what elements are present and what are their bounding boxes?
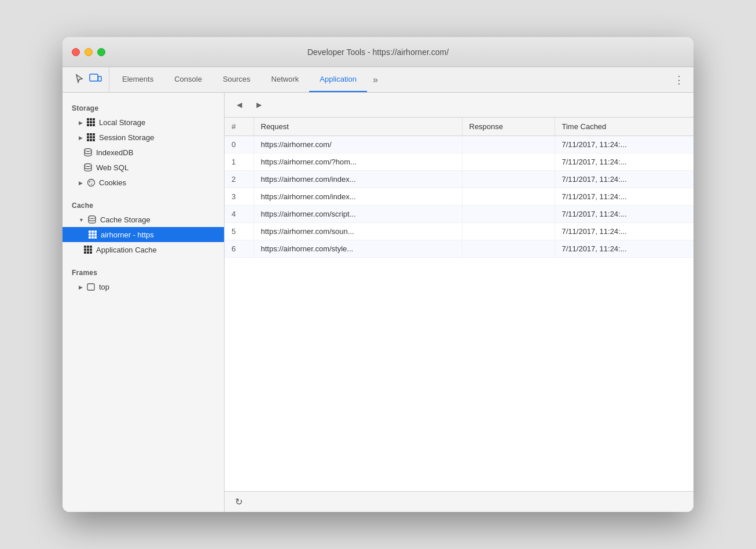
back-button[interactable]: ◀ xyxy=(232,97,247,112)
table-row[interactable]: 0 https://airhorner.com/ 7/11/2017, 11:2… xyxy=(225,136,693,153)
sidebar-item-web-sql[interactable]: Web SQL xyxy=(63,160,224,175)
cell-request: https://airhorner.com/ xyxy=(254,136,462,153)
cache-table: # Request Response Time Cached 0 https:/… xyxy=(225,118,693,258)
titlebar: Developer Tools - https://airhorner.com/ xyxy=(63,37,693,67)
cache-storage-label: Cache Storage xyxy=(100,215,151,224)
svg-rect-0 xyxy=(90,74,98,81)
cell-response xyxy=(462,223,555,240)
table-row[interactable]: 5 https://airhorner.com/soun... 7/11/201… xyxy=(225,223,693,240)
refresh-button[interactable]: ↻ xyxy=(232,495,245,509)
cell-time: 7/11/2017, 11:24:... xyxy=(555,171,693,188)
svg-point-5 xyxy=(89,181,90,182)
cell-num: 1 xyxy=(225,153,254,171)
cell-response xyxy=(462,153,555,171)
main-panel: ◀ ▶ # Request Response Time Cached xyxy=(225,93,693,512)
cache-storage-icon xyxy=(87,215,97,224)
cell-request: https://airhorner.com/index... xyxy=(254,171,462,188)
sidebar-item-cache-storage-airhorner[interactable]: airhorner - https xyxy=(63,227,224,242)
cell-request: https://airhorner.com/index... xyxy=(254,188,462,206)
app-cache-grid-icon xyxy=(83,245,93,254)
table-header-row: # Request Response Time Cached xyxy=(225,118,693,136)
tab-network[interactable]: Network xyxy=(261,67,310,92)
top-toggle-icon xyxy=(79,284,83,290)
sidebar-item-cookies[interactable]: Cookies xyxy=(63,175,224,190)
sidebar-separator-1 xyxy=(63,190,224,197)
table-row[interactable]: 1 https://airhorner.com/?hom... 7/11/201… xyxy=(225,153,693,171)
indexed-db-label: IndexedDB xyxy=(96,148,133,157)
back-icon: ◀ xyxy=(237,101,242,109)
col-header-response: Response xyxy=(462,118,555,136)
table-body: 0 https://airhorner.com/ 7/11/2017, 11:2… xyxy=(225,136,693,258)
close-button[interactable] xyxy=(72,48,80,56)
table-row[interactable]: 4 https://airhorner.com/script... 7/11/2… xyxy=(225,206,693,223)
cell-time: 7/11/2017, 11:24:... xyxy=(555,206,693,223)
application-cache-label: Application Cache xyxy=(96,246,157,254)
svg-rect-1 xyxy=(98,76,102,81)
svg-point-6 xyxy=(91,181,93,182)
navigation-bar: ◀ ▶ xyxy=(225,93,693,118)
svg-rect-10 xyxy=(87,284,94,290)
cell-time: 7/11/2017, 11:24:... xyxy=(555,153,693,171)
toolbar-icons xyxy=(67,67,109,92)
minimize-button[interactable] xyxy=(85,48,93,56)
svg-point-8 xyxy=(89,184,90,184)
table-row[interactable]: 6 https://airhorner.com/style... 7/11/20… xyxy=(225,240,693,258)
top-label: top xyxy=(99,283,109,291)
cache-storage-airhorner-label: airhorner - https xyxy=(101,230,154,239)
sidebar: Storage Local Storage xyxy=(63,93,225,512)
sidebar-item-application-cache[interactable]: Application Cache xyxy=(63,242,224,257)
maximize-button[interactable] xyxy=(97,48,105,56)
devtools-window: Developer Tools - https://airhorner.com/… xyxy=(63,37,693,512)
tab-console[interactable]: Console xyxy=(164,67,212,92)
sidebar-item-local-storage[interactable]: Local Storage xyxy=(63,115,224,130)
storage-section-label: Storage xyxy=(63,100,224,115)
cell-request: https://airhorner.com/script... xyxy=(254,206,462,223)
cell-time: 7/11/2017, 11:24:... xyxy=(555,223,693,240)
cell-num: 6 xyxy=(225,240,254,258)
refresh-icon: ↻ xyxy=(235,496,243,507)
sidebar-separator-2 xyxy=(63,257,224,264)
table-row[interactable]: 3 https://airhorner.com/index... 7/11/20… xyxy=(225,188,693,206)
col-header-time-cached: Time Cached xyxy=(555,118,693,136)
cell-num: 0 xyxy=(225,136,254,153)
cell-response xyxy=(462,188,555,206)
cursor-icon[interactable] xyxy=(74,74,85,86)
bottom-bar: ↻ xyxy=(225,491,693,512)
sidebar-item-cache-storage[interactable]: Cache Storage xyxy=(63,212,224,227)
tabbar: Elements Console Sources Network Applica… xyxy=(63,67,693,93)
cell-num: 3 xyxy=(225,188,254,206)
session-storage-grid-icon xyxy=(86,133,96,142)
table-row[interactable]: 2 https://airhorner.com/index... 7/11/20… xyxy=(225,171,693,188)
forward-icon: ▶ xyxy=(256,101,262,109)
forward-button[interactable]: ▶ xyxy=(251,97,266,112)
tab-application[interactable]: Application xyxy=(309,67,367,92)
sidebar-item-session-storage[interactable]: Session Storage xyxy=(63,130,224,145)
top-frame-icon xyxy=(86,282,96,291)
svg-point-2 xyxy=(85,149,91,152)
tab-sources[interactable]: Sources xyxy=(212,67,261,92)
cell-num: 4 xyxy=(225,206,254,223)
cache-item-grid-icon xyxy=(88,230,97,239)
local-storage-grid-icon xyxy=(86,118,96,127)
tab-elements[interactable]: Elements xyxy=(112,67,164,92)
cell-response xyxy=(462,136,555,153)
kebab-menu-button[interactable]: ⋮ xyxy=(671,71,687,89)
cache-storage-toggle-icon xyxy=(79,217,84,223)
cell-request: https://airhorner.com/style... xyxy=(254,240,462,258)
local-storage-label: Local Storage xyxy=(99,118,145,127)
indexed-db-icon xyxy=(83,148,93,157)
window-title: Developer Tools - https://airhorner.com/ xyxy=(307,47,449,57)
cache-section-label: Cache xyxy=(63,197,224,212)
devices-icon[interactable] xyxy=(89,74,102,86)
local-storage-toggle-icon xyxy=(79,119,83,126)
cell-time: 7/11/2017, 11:24:... xyxy=(555,188,693,206)
cell-response xyxy=(462,240,555,258)
session-storage-label: Session Storage xyxy=(99,133,154,142)
sidebar-item-indexed-db[interactable]: IndexedDB xyxy=(63,145,224,160)
cookies-icon xyxy=(86,178,96,187)
cell-num: 5 xyxy=(225,223,254,240)
cell-request: https://airhorner.com/soun... xyxy=(254,223,462,240)
more-tabs-button[interactable]: » xyxy=(367,67,384,92)
sidebar-item-top[interactable]: top xyxy=(63,279,224,294)
cell-num: 2 xyxy=(225,171,254,188)
